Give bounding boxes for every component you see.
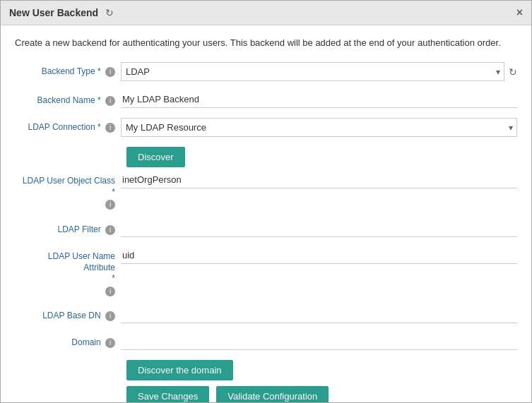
backend-type-refresh-icon[interactable]: ↻ (509, 66, 517, 78)
backend-name-control (121, 91, 517, 108)
ldap-base-dn-info-icon[interactable]: i (105, 311, 115, 321)
ldap-username-attr-info-icon[interactable]: i (105, 287, 115, 296)
backend-type-control: LDAP Active Directory Local ▾ ↻ (121, 62, 517, 81)
backend-name-row: Backend Name * i (15, 91, 517, 108)
backend-type-row: Backend Type * i LDAP Active Directory L… (15, 62, 517, 81)
new-user-backend-dialog: New User Backend ↻ × Create a new backen… (0, 0, 532, 403)
ldap-connection-select-wrap: My LDAP Resource ▾ (121, 118, 517, 137)
ldap-filter-row: LDAP Filter i (15, 220, 517, 237)
close-button[interactable]: × (516, 6, 523, 19)
ldap-connection-select[interactable]: My LDAP Resource (121, 118, 517, 137)
domain-row: Domain i (15, 333, 517, 350)
ldap-user-object-class-control (121, 172, 517, 188)
ldap-user-object-class-info-icon[interactable]: i (105, 200, 115, 210)
discover-domain-button[interactable]: Discover the domain (126, 360, 233, 380)
discover-row: Discover (15, 147, 517, 167)
ldap-user-object-class-input[interactable] (121, 172, 517, 188)
ldap-username-attr-row: LDAP User Name Attribute * i (15, 247, 517, 296)
ldap-base-dn-control (121, 306, 517, 323)
discover-button[interactable]: Discover (126, 147, 185, 167)
ldap-username-attr-label: LDAP User Name Attribute * i (15, 247, 121, 296)
validate-config-button[interactable]: Validate Configuration (216, 386, 329, 402)
backend-type-label: Backend Type * i (15, 62, 121, 78)
ldap-connection-row: LDAP Connection * i My LDAP Resource ▾ (15, 118, 517, 137)
ldap-username-attr-control (121, 247, 517, 264)
backend-type-select-wrap: LDAP Active Directory Local ▾ (121, 62, 504, 81)
backend-name-label: Backend Name * i (15, 91, 121, 107)
ldap-user-object-class-label: LDAP User Object Class * i (15, 172, 121, 210)
ldap-filter-info-icon[interactable]: i (105, 225, 115, 235)
ldap-base-dn-row: LDAP Base DN i (15, 306, 517, 323)
discover-domain-row: Discover the domain (15, 360, 517, 380)
backend-type-select[interactable]: LDAP Active Directory Local (121, 62, 504, 81)
ldap-connection-control: My LDAP Resource ▾ (121, 118, 517, 137)
domain-info-icon[interactable]: i (105, 338, 115, 348)
bottom-actions: Save Changes Validate Configuration (15, 386, 517, 402)
ldap-filter-control (121, 220, 517, 237)
domain-control (121, 333, 517, 350)
backend-type-info-icon[interactable]: i (105, 67, 115, 77)
refresh-icon[interactable]: ↻ (105, 7, 114, 18)
ldap-username-attr-input[interactable] (121, 247, 517, 264)
domain-input[interactable] (121, 333, 517, 350)
backend-name-input[interactable] (121, 91, 517, 108)
ldap-connection-info-icon[interactable]: i (105, 123, 115, 133)
ldap-filter-label: LDAP Filter i (15, 220, 121, 236)
ldap-user-object-class-row: LDAP User Object Class * i (15, 172, 517, 210)
ldap-base-dn-input[interactable] (121, 306, 517, 323)
domain-label: Domain i (15, 333, 121, 349)
title-bar: New User Backend ↻ × (1, 1, 531, 25)
dialog-title: New User Backend (9, 7, 98, 18)
save-changes-button[interactable]: Save Changes (126, 386, 209, 402)
dialog-body: Create a new backend for authenticating … (1, 25, 531, 402)
backend-name-info-icon[interactable]: i (105, 96, 115, 106)
ldap-base-dn-label: LDAP Base DN i (15, 306, 121, 322)
title-bar-left: New User Backend ↻ (9, 7, 114, 18)
ldap-filter-input[interactable] (121, 220, 517, 237)
description-text: Create a new backend for authenticating … (15, 37, 517, 49)
ldap-connection-label: LDAP Connection * i (15, 118, 121, 133)
